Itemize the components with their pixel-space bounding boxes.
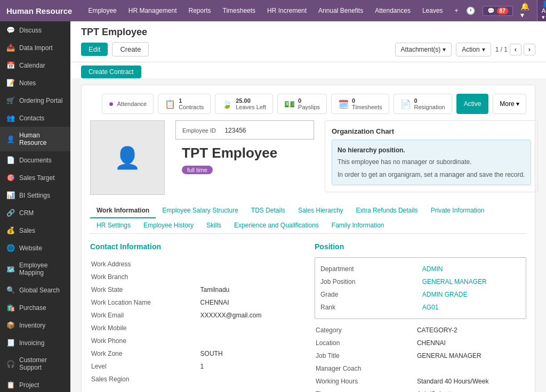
position-box: Department ADMIN Job Position GENERAL MA… (315, 257, 526, 319)
org-info-sub: In order to get an organigram, set a man… (338, 170, 525, 179)
tab-extra-refunds-details[interactable]: Extra Refunds Details (350, 203, 424, 218)
purchase-icon: 🛍️ (6, 304, 15, 312)
table-row: Timezone Asia/Calcutta (316, 388, 525, 392)
sales-target-icon: 🎯 (6, 174, 15, 182)
main-layout: 💬 Discuss 📥 Data Import 📅 Calendar 📝 Not… (0, 21, 546, 392)
sidebar-item-inventory[interactable]: 📦 Inventory (0, 316, 70, 334)
nav-attendances[interactable]: Attendances (370, 4, 416, 18)
position-other-table: Category CATEGORY-2 Location CHENNAI Job… (315, 323, 526, 392)
sidebar-item-documents[interactable]: 📄 Documents (0, 151, 70, 169)
pager-next[interactable]: › (524, 44, 535, 55)
employee-id-box: Employee ID 123456 (175, 120, 314, 140)
active-status-button[interactable]: Active (456, 94, 489, 114)
employee-info: Employee ID 123456 TPT Employee full tim… (175, 120, 314, 195)
tab-tds-details[interactable]: TDS Details (245, 203, 292, 218)
table-row: Work Address (91, 258, 301, 270)
sidebar-item-human-resource[interactable]: 👤 Human Resource (0, 127, 70, 151)
admin-menu[interactable]: 👤 ADMINISTRATOR ▾ (537, 0, 546, 22)
sidebar-item-sales-target[interactable]: 🎯 Sales Target (0, 169, 70, 186)
tab-skills[interactable]: Skills (200, 218, 228, 233)
sidebar-item-discuss[interactable]: 💬 Discuss (0, 21, 70, 39)
table-row: Work Zone SOUTH (91, 348, 301, 360)
tab-family-information[interactable]: Family Information (325, 218, 391, 233)
info-columns: Contact Information Work Address Work Br… (90, 242, 526, 392)
edit-button[interactable]: Edit (81, 43, 108, 56)
sidebar: 💬 Discuss 📥 Data Import 📅 Calendar 📝 Not… (0, 21, 70, 392)
create-button[interactable]: Create (112, 42, 149, 56)
tab-sales-hierarchy[interactable]: Sales Hierarchy (292, 203, 350, 218)
nav-reports[interactable]: Reports (183, 4, 216, 18)
stat-attendance[interactable]: ● Attendance (102, 94, 154, 114)
sidebar-item-data-import[interactable]: 📥 Data Import (0, 39, 70, 56)
stat-timesheets[interactable]: 🗓️ 0 Timesheets (331, 94, 389, 114)
tab-hr-settings[interactable]: HR Settings (90, 218, 137, 233)
nav-leaves[interactable]: Leaves (417, 4, 448, 18)
timesheets-icon: 🗓️ (338, 99, 349, 109)
nav-timesheets[interactable]: Timesheets (218, 4, 261, 18)
table-row: Work Phone (91, 335, 301, 347)
top-nav-right: 🕐 💬 87 🔔▾ 👤 ADMINISTRATOR ▾ (464, 0, 546, 22)
table-row: Work Mobile (91, 322, 301, 334)
more-button[interactable]: More ▾ (493, 94, 526, 114)
stat-payslips[interactable]: 💵 0 Payslips (277, 94, 327, 114)
sidebar-item-global-search[interactable]: 🔍 Global Search (0, 281, 70, 299)
sidebar-item-calendar[interactable]: 📅 Calendar (0, 56, 70, 74)
ordering-portal-icon: 🛒 (6, 96, 15, 104)
attachments-chevron-icon: ▾ (443, 46, 446, 53)
table-row: Work Branch (91, 271, 301, 283)
stats-row: ● Attendance 📋 1 Contracts 🍃 25.00 (90, 94, 526, 114)
sidebar-item-customer-support[interactable]: 🎧 Customer Support (0, 352, 70, 376)
contact-section-title: Contact Information (90, 242, 302, 251)
org-chart-area: Organization Chart No hierarchy position… (325, 120, 538, 195)
sidebar-item-notes[interactable]: 📝 Notes (0, 74, 70, 92)
sidebar-item-project[interactable]: 📋 Project (0, 376, 70, 392)
nav-plus[interactable]: + (449, 4, 464, 18)
stat-resignation[interactable]: 📄 0 Resignation (394, 94, 452, 114)
nav-annual-benefits[interactable]: Annual Benefits (313, 4, 368, 18)
nav-hr-increment[interactable]: HR Increment (262, 4, 312, 18)
table-row: Job Position GENERAL MANAGER (320, 276, 520, 288)
org-info-text: This employee has no manager or subordin… (338, 157, 525, 167)
employee-header: 👤 Employee ID 123456 TPT Employee full t… (90, 120, 526, 195)
table-row: Grade ADMIN GRADE (320, 289, 520, 300)
contact-table: Work Address Work Branch Work State Tami… (90, 257, 302, 386)
sidebar-item-ordering-portal[interactable]: 🛒 Ordering Portal (0, 92, 70, 109)
app-logo: Human Resource (6, 6, 72, 15)
attachments-button[interactable]: Attachment(s) ▾ (395, 43, 452, 56)
contact-info-col: Contact Information Work Address Work Br… (90, 242, 302, 392)
sidebar-item-employee-mapping[interactable]: 🗺️ Employee Mapping (0, 257, 70, 281)
sidebar-item-sales[interactable]: 💰 Sales (0, 222, 70, 239)
sidebar-item-website[interactable]: 🌐 Website (0, 239, 70, 257)
pager-prev[interactable]: ‹ (510, 44, 521, 55)
sidebar-item-bi-settings[interactable]: 📊 BI Settings (0, 186, 70, 204)
nav-hr-management[interactable]: HR Management (123, 4, 182, 18)
content-area: TPT Employee Edit Create Attachment(s) ▾… (70, 21, 546, 392)
messages-badge[interactable]: 💬 87 (483, 6, 513, 16)
stat-contracts[interactable]: 📋 1 Contracts (158, 94, 211, 114)
tab-experience-qualifications[interactable]: Experience and Qualifications (228, 218, 325, 233)
customer-support-icon: 🎧 (6, 360, 15, 368)
bi-settings-icon: 📊 (6, 191, 15, 199)
sidebar-item-contacts[interactable]: 👥 Contacts (0, 109, 70, 127)
sidebar-item-crm[interactable]: 🔗 CRM (0, 204, 70, 222)
stat-leaves-left[interactable]: 🍃 25.00 Leaves Left (215, 94, 273, 114)
create-contract-button[interactable]: Create Contract (81, 66, 141, 78)
table-row: Level 1 (91, 361, 301, 372)
sidebar-item-purchase[interactable]: 🛍️ Purchase (0, 299, 70, 316)
clock-icon[interactable]: 🕐 (464, 5, 477, 16)
resignation-icon: 📄 (400, 99, 411, 109)
table-row: Department ADMIN (320, 263, 520, 275)
bell-icon[interactable]: 🔔▾ (518, 1, 532, 20)
tab-employee-history[interactable]: Employee History (137, 218, 200, 233)
avatar: 👤 (90, 120, 165, 195)
action-button[interactable]: Action ▾ (456, 43, 491, 56)
sidebar-item-invoicing[interactable]: 🧾 Invoicing (0, 334, 70, 352)
employee-type-badge: full time (182, 166, 213, 174)
tab-work-information[interactable]: Work Information (90, 203, 156, 218)
employee-name: TPT Employee (175, 143, 314, 164)
tab-employee-salary-structure[interactable]: Employee Salary Structure (156, 203, 245, 218)
nav-employee[interactable]: Employee (83, 4, 122, 18)
position-boxed-table: Department ADMIN Job Position GENERAL MA… (319, 262, 521, 314)
tab-private-information[interactable]: Private Information (424, 203, 491, 218)
org-info-box: No hierarchy position. This employee has… (332, 140, 531, 185)
